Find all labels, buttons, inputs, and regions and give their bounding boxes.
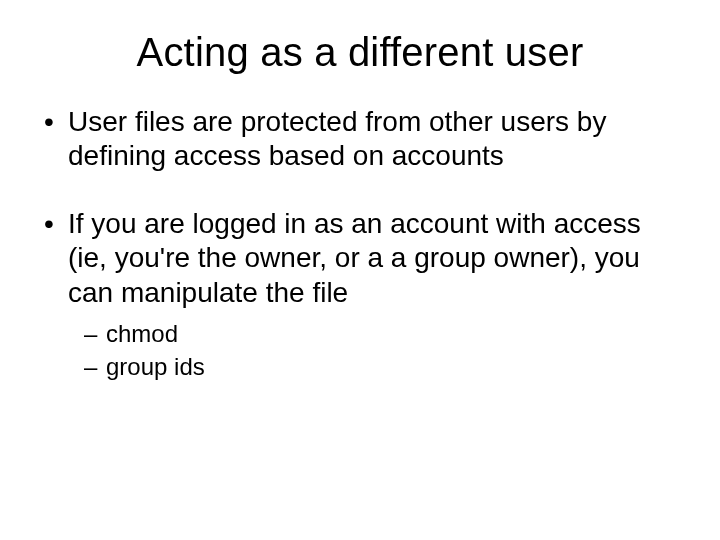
sub-bullet-text: chmod bbox=[106, 320, 178, 347]
sub-bullet-text: group ids bbox=[106, 353, 205, 380]
sub-list: chmod group ids bbox=[84, 318, 680, 382]
list-item: User files are protected from other user… bbox=[40, 105, 680, 173]
slide: Acting as a different user User files ar… bbox=[0, 0, 720, 540]
list-item: If you are logged in as an account with … bbox=[40, 207, 680, 382]
sub-list-item: chmod bbox=[84, 318, 680, 349]
bullet-text: If you are logged in as an account with … bbox=[68, 208, 641, 307]
bullet-list: User files are protected from other user… bbox=[40, 105, 680, 382]
slide-title: Acting as a different user bbox=[40, 30, 680, 75]
sub-list-item: group ids bbox=[84, 351, 680, 382]
bullet-text: User files are protected from other user… bbox=[68, 106, 606, 171]
